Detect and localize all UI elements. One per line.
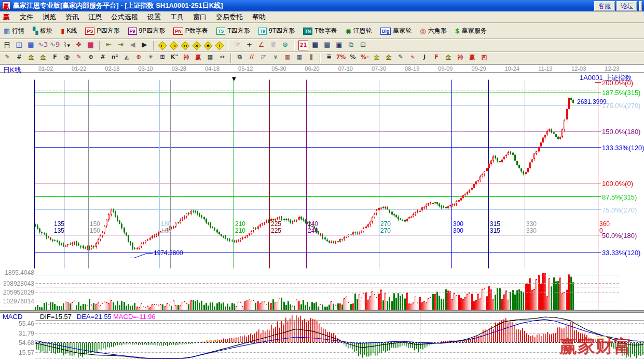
web-grid-icon[interactable]: ⊞ <box>157 54 168 63</box>
menu-item-window[interactable]: 窗口 <box>188 12 211 22</box>
wave-3-icon[interactable]: ∿3 <box>38 41 48 50</box>
page-next-icon[interactable]: ▶ <box>140 41 149 50</box>
net-send-icon[interactable]: ⧉ <box>346 41 356 50</box>
k-quote-icon[interactable]: K" <box>169 54 180 63</box>
customer-service-button[interactable]: 客服 <box>594 1 615 11</box>
gann-grid-tool-icon[interactable]: ♕ <box>268 41 278 50</box>
spiral-tool-icon[interactable]: @ <box>62 54 72 63</box>
diamond-x-arrows-icon[interactable]: × <box>192 41 201 50</box>
last-page-icon[interactable]: ⇥ <box>116 41 126 50</box>
winner-service-button[interactable]: $赢家服务 <box>454 25 488 36</box>
winner-wheel-button[interactable]: Big赢家轮 <box>379 25 414 36</box>
date-label: 10-24 <box>505 65 519 72</box>
network-chart-icon[interactable]: ◫ <box>14 41 24 50</box>
menu-item-file[interactable]: 文件 <box>15 12 38 22</box>
page-prev-icon[interactable]: ◀ <box>128 41 138 50</box>
period-day-dropdown-icon[interactable]: 日▼ <box>2 41 12 50</box>
remote-pc-icon[interactable]: ⊡ <box>358 41 368 50</box>
gold-lines-icon[interactable]: 金 <box>383 54 394 63</box>
grid-123-icon[interactable]: ▦ <box>205 54 215 63</box>
gann-wheel-button[interactable]: ◉江恩轮 <box>344 25 373 36</box>
quotes-button[interactable]: ▦行情 <box>2 25 26 36</box>
gold-angle-icon[interactable]: 金 <box>443 54 454 63</box>
color-histogram-icon[interactable]: ▆ <box>86 41 95 50</box>
gann-time-label: 180 <box>161 227 171 234</box>
diamond-left-arrow-icon[interactable]: ← <box>158 41 167 50</box>
gann-percent-label: 87.5%(315) <box>602 193 637 201</box>
pencil-ruler-icon[interactable]: ✎ <box>74 54 84 63</box>
menu-item-settings[interactable]: 设置 <box>143 12 166 22</box>
wave-ab-icon[interactable]: ∿ <box>407 54 418 63</box>
price-grid2-icon[interactable]: ▦ <box>294 54 305 63</box>
f-angle-icon[interactable]: F <box>431 54 442 63</box>
p9-square-button[interactable]: P99P四方形 <box>127 25 167 36</box>
v-lines-icon[interactable]: ∨ <box>270 54 281 63</box>
pct-icon[interactable]: % <box>348 54 358 63</box>
draw-pencil-icon[interactable]: ✎ <box>2 54 12 63</box>
p-square-button[interactable]: PSP四方形 <box>84 25 121 36</box>
candle-type-dropdown-icon[interactable]: ⌇▼ <box>62 41 72 50</box>
tick-ruler-icon[interactable]: # <box>98 54 108 63</box>
info-list-icon[interactable]: ▤ <box>26 41 36 50</box>
bar-scale-icon[interactable]: ≣ <box>324 54 334 63</box>
pct-line-icon[interactable]: %– <box>360 54 370 63</box>
mirror-angle-icon[interactable]: ◭ <box>121 54 132 63</box>
macd-title: MACD <box>3 313 22 321</box>
menu-item-gann[interactable]: 江恩 <box>84 12 106 22</box>
span-arrows-icon[interactable]: ↔ <box>217 54 227 63</box>
diamond-cross-arrows-icon[interactable]: + <box>215 41 224 50</box>
gann-gold-ruler-icon[interactable]: 金 <box>26 54 36 63</box>
sectors-button[interactable]: ▚板块 <box>31 25 54 36</box>
box-select-icon[interactable]: ⧉ <box>235 54 245 63</box>
forum-button[interactable]: 论坛 <box>616 1 637 11</box>
ying-angle-icon[interactable]: 赢 <box>467 54 477 63</box>
diamond-right-arrow-icon[interactable]: → <box>169 41 179 50</box>
menu-item-news[interactable]: 资讯 <box>61 12 84 22</box>
first-page-icon[interactable]: ⇤ <box>104 41 114 50</box>
gann-gold-ruler2-icon[interactable]: 金 <box>38 54 48 63</box>
crosshair-tool-icon[interactable]: + <box>244 41 254 50</box>
gold-circle-icon[interactable]: 金 <box>372 54 382 63</box>
diamond-star-arrows-icon[interactable]: ∗ <box>203 41 213 50</box>
pencil-bars-icon[interactable]: ✎ <box>395 54 406 63</box>
kline-button[interactable]: ▮K线 <box>59 25 78 36</box>
fan-box-icon[interactable]: ◸ <box>258 54 269 63</box>
f-ruler-icon[interactable]: F <box>50 54 60 63</box>
hexagon-button[interactable]: ◎六角形 <box>418 25 448 36</box>
t9-square-button[interactable]: T99T四方形 <box>257 25 297 36</box>
n-square-icon[interactable]: n² <box>109 54 120 63</box>
menu-item-tools[interactable]: 工具 <box>166 12 188 22</box>
price-grid-icon[interactable]: ▦ <box>282 54 293 63</box>
si-angle-icon[interactable]: 四 <box>479 54 489 63</box>
hexagon-icon: ◎ <box>420 27 426 35</box>
menu-item-browse[interactable]: 浏览 <box>38 12 61 22</box>
shen-tool-icon[interactable]: 神 <box>181 54 191 63</box>
menu-item-help[interactable]: 帮助 <box>248 12 270 22</box>
diamond-h-arrows-icon[interactable]: ↔ <box>181 41 190 50</box>
menu-item-trade[interactable]: 交易委托 <box>211 12 248 22</box>
angle-tool-icon[interactable]: ∠ <box>256 41 266 50</box>
degree-circle-icon[interactable]: ⊕ <box>86 54 96 63</box>
spider-web-icon[interactable]: ✳ <box>145 54 156 63</box>
hand-tool-icon[interactable]: ☞ <box>232 41 242 50</box>
parallel-lines-icon[interactable]: ∥ <box>306 54 317 63</box>
calendar-icon[interactable]: 21 <box>298 41 308 50</box>
time-ruler-icon[interactable]: # <box>14 54 24 63</box>
window-edge-button[interactable] <box>639 1 642 11</box>
pct-7-icon[interactable]: 7% <box>336 54 346 63</box>
t-square-button[interactable]: TST四方形 <box>215 25 252 36</box>
fan-lines-icon[interactable]: ∕∕ <box>246 54 257 63</box>
pattern-red-icon[interactable]: ❖ <box>74 41 84 50</box>
calculator-icon[interactable]: ▦ <box>310 41 320 50</box>
menu-item-formula-pick[interactable]: 公式选股 <box>106 12 143 22</box>
t-number-button[interactable]: TNT数字表 <box>302 25 338 36</box>
neural-tool-icon[interactable]: ⊛ <box>280 41 290 50</box>
shen-angle-icon[interactable]: 神 <box>455 54 465 63</box>
j-angle-icon[interactable]: J <box>419 54 430 63</box>
notes-icon[interactable]: ▤ <box>322 41 332 50</box>
circle-cross-icon[interactable]: ⊕ <box>133 54 144 63</box>
wave-9-icon[interactable]: ∿9 <box>50 41 60 50</box>
ying-tool-icon[interactable]: 赢 <box>193 54 203 63</box>
save-icon[interactable]: ▣ <box>334 41 344 50</box>
p-number-button[interactable]: PNP数字表 <box>172 25 210 36</box>
